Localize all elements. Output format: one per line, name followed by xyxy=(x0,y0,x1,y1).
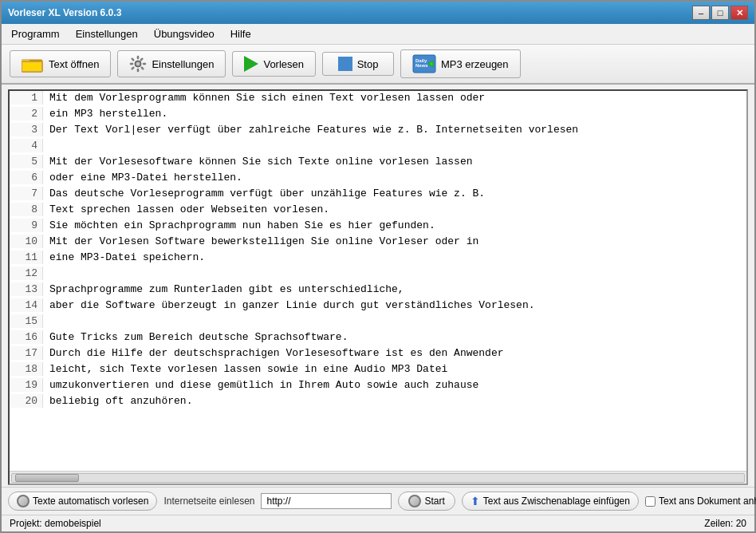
svg-text:News: News xyxy=(415,63,428,68)
line-content: Mit der Vorlesesoftware können Sie sich … xyxy=(43,155,479,168)
table-row: 14aber die Software überzeugt in ganzer … xyxy=(10,298,746,314)
window-title: Vorleser XL Version 6.0.3 xyxy=(8,7,121,18)
menu-einstellungen[interactable]: Einstellungen xyxy=(69,26,144,42)
line-content: eine MP3-Datei speichern. xyxy=(43,251,211,264)
table-row: 9Sie möchten ein Sprachprogramm nun habe… xyxy=(10,219,746,235)
svg-rect-10 xyxy=(132,57,135,61)
toolbar: Text öffnen Einstellungen xyxy=(2,45,754,85)
line-number: 3 xyxy=(10,123,43,136)
table-row: 7Das deutsche Vorleseprogramm verfügt üb… xyxy=(10,187,746,203)
svg-rect-7 xyxy=(137,69,139,72)
svg-rect-3 xyxy=(23,63,41,70)
line-content: Mit der Vorlesen Software bewerkstellige… xyxy=(43,235,485,248)
open-text-button[interactable]: Text öffnen xyxy=(10,50,111,77)
line-number: 20 xyxy=(10,394,43,408)
table-row: 2ein MP3 herstellen. xyxy=(10,107,746,123)
maximize-button[interactable]: □ xyxy=(711,6,729,20)
line-number: 15 xyxy=(10,314,43,328)
line-content xyxy=(43,266,56,268)
line-content: Sprachprogramme zum Runterladen gibt es … xyxy=(43,282,411,296)
read-button[interactable]: Vorlesen xyxy=(232,51,316,77)
paste-button[interactable]: ⬆ Text aus Zwischenablage einfügen xyxy=(462,492,639,511)
line-content: ein MP3 herstellen. xyxy=(43,107,174,120)
open-text-label: Text öffnen xyxy=(49,58,99,70)
line-number: 1 xyxy=(10,91,43,105)
line-number: 10 xyxy=(10,235,43,248)
table-row: 11eine MP3-Datei speichern. xyxy=(10,251,746,266)
append-checkbox-label[interactable]: Text ans Dokument anhängen xyxy=(645,495,756,507)
menu-programm[interactable]: Programm xyxy=(5,26,66,42)
line-content: Der Text Vorl|eser verfügt über zahlreic… xyxy=(43,123,585,136)
project-status: Projekt: demobeispiel xyxy=(10,518,101,529)
url-input[interactable] xyxy=(261,493,392,509)
table-row: 12 xyxy=(10,266,746,282)
line-content xyxy=(43,139,56,140)
mp3-label: MP3 erzeugen xyxy=(441,58,509,70)
table-row: 4 xyxy=(10,139,746,155)
table-row: 15 xyxy=(10,314,746,330)
line-number: 13 xyxy=(10,282,43,296)
table-row: 17Durch die Hilfe der deutschsprachigen … xyxy=(10,346,746,362)
svg-rect-9 xyxy=(143,63,146,65)
internet-label: Internetseite einlesen xyxy=(163,495,254,507)
line-content: leicht, sich Texte vorlesen lassen sowie… xyxy=(43,362,454,376)
paste-arrow-icon: ⬆ xyxy=(471,495,480,507)
line-content: beliebig oft anzuhören. xyxy=(43,394,199,408)
svg-rect-6 xyxy=(137,56,139,59)
append-checkbox[interactable] xyxy=(645,496,656,507)
table-row: 18leicht, sich Texte vorlesen lassen sow… xyxy=(10,362,746,378)
line-number: 7 xyxy=(10,187,43,200)
paste-label: Text aus Zwischenablage einfügen xyxy=(483,495,630,507)
table-row: 3Der Text Vorl|eser verfügt über zahlrei… xyxy=(10,123,746,139)
table-row: 16Gute Tricks zum Bereich deutsche Sprac… xyxy=(10,330,746,346)
line-number: 9 xyxy=(10,219,43,232)
lines-status: Zeilen: 20 xyxy=(704,518,746,529)
line-number: 2 xyxy=(10,107,43,120)
append-label-text: Text ans Dokument anhängen xyxy=(659,495,756,507)
gear-icon xyxy=(129,55,147,73)
line-number: 17 xyxy=(10,346,43,360)
play-icon xyxy=(244,56,258,72)
scrollbar-track xyxy=(11,473,745,483)
table-row: 10Mit der Vorlesen Software bewerkstelli… xyxy=(10,235,746,251)
mp3-button[interactable]: Daily News MP3 erzeugen xyxy=(400,49,521,78)
status-bar: Projekt: demobeispiel Zeilen: 20 xyxy=(2,515,754,531)
menu-bar: Programm Einstellungen Übungsvideo Hilfe xyxy=(2,24,754,45)
line-number: 18 xyxy=(10,362,43,376)
line-content: Text sprechen lassen oder Webseiten vorl… xyxy=(43,203,336,216)
table-row: 13Sprachprogramme zum Runterladen gibt e… xyxy=(10,282,746,298)
stop-button[interactable]: Stop xyxy=(322,52,394,76)
line-content: aber die Software überzeugt in ganzer Li… xyxy=(43,298,541,312)
line-content: Gute Tricks zum Bereich deutsche Sprachs… xyxy=(43,330,354,344)
settings-label: Einstellungen xyxy=(152,58,214,70)
line-content: Durch die Hilfe der deutschsprachigen Vo… xyxy=(43,346,510,360)
window-controls: – □ ✕ xyxy=(692,6,748,20)
table-row: 1Mit dem Vorlesprogramm können Sie sich … xyxy=(10,91,746,107)
svg-rect-13 xyxy=(132,66,135,69)
line-content: oder eine MP3-Datei herstellen. xyxy=(43,171,249,184)
stop-label: Stop xyxy=(357,58,379,70)
close-button[interactable]: ✕ xyxy=(730,6,748,20)
line-content: Mit dem Vorlesprogramm können Sie sich e… xyxy=(43,91,491,105)
text-editor[interactable]: 1Mit dem Vorlesprogramm können Sie sich … xyxy=(10,91,746,471)
auto-read-button[interactable]: Texte automatisch vorlesen xyxy=(8,492,157,511)
text-editor-area: 1Mit dem Vorlesprogramm können Sie sich … xyxy=(8,89,748,485)
stop-icon xyxy=(338,57,352,71)
bottom-toolbar: Texte automatisch vorlesen Internetseite… xyxy=(2,487,754,515)
line-number: 16 xyxy=(10,330,43,344)
table-row: 8Text sprechen lassen oder Webseiten vor… xyxy=(10,203,746,219)
main-window: Vorleser XL Version 6.0.3 – □ ✕ Programm… xyxy=(0,0,756,533)
line-number: 6 xyxy=(10,171,43,184)
settings-button[interactable]: Einstellungen xyxy=(117,50,226,77)
line-content xyxy=(43,314,56,316)
minimize-button[interactable]: – xyxy=(692,6,710,20)
start-button[interactable]: Start xyxy=(398,492,455,511)
mp3-icon: Daily News xyxy=(412,54,436,73)
menu-uebungsvideo[interactable]: Übungsvideo xyxy=(148,26,221,42)
horizontal-scrollbar[interactable] xyxy=(10,471,746,484)
line-number: 19 xyxy=(10,378,43,392)
menu-hilfe[interactable]: Hilfe xyxy=(224,26,258,42)
line-content: Das deutsche Vorleseprogramm verfügt übe… xyxy=(43,187,491,200)
folder-icon xyxy=(22,55,44,73)
scrollbar-thumb[interactable] xyxy=(15,474,79,482)
